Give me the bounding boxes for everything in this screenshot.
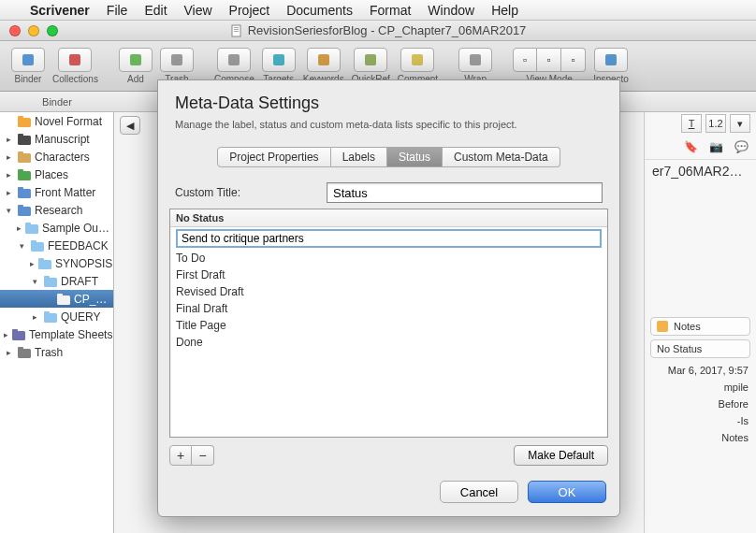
nav-back-button[interactable]: ◀ (120, 116, 140, 135)
notes-section[interactable]: Notes (650, 317, 750, 336)
status-list-item[interactable]: First Draft (170, 266, 607, 283)
app-name[interactable]: Scrivener (30, 3, 90, 18)
make-default-button[interactable]: Make Default (514, 445, 608, 466)
menu-view[interactable]: View (184, 3, 212, 18)
sidebar-item-label: Front Matter (35, 186, 95, 199)
disclosure-arrow-icon[interactable]: ▸ (4, 135, 13, 144)
status-list-item[interactable]: To Do (170, 250, 607, 266)
disclosure-arrow-icon[interactable]: ▸ (4, 188, 13, 197)
toolbar-binder[interactable]: Binder (11, 48, 45, 84)
custom-title-input[interactable] (327, 182, 603, 203)
close-icon[interactable] (9, 25, 21, 36)
viewmode-seg-2[interactable]: ▫ (561, 48, 586, 72)
wrap-icon[interactable] (458, 48, 492, 72)
sidebar-item-cp-[interactable]: CP_… (0, 290, 113, 308)
sidebar-item-sample-ou-[interactable]: ▸Sample Ou… (0, 219, 113, 237)
trash-icon[interactable] (160, 48, 194, 72)
disclosure-arrow-icon[interactable]: ▸ (4, 330, 8, 339)
status-listbox[interactable]: No Status To DoFirst DraftRevised DraftF… (169, 209, 608, 438)
viewmode-seg-0[interactable]: ▫ (513, 48, 537, 72)
tag-icon[interactable]: 🔖 (684, 140, 698, 153)
sidebar-item-front-matter[interactable]: ▸Front Matter (0, 183, 113, 201)
status-list-item[interactable]: Revised Draft (170, 283, 607, 300)
status-edit-input[interactable] (176, 229, 602, 248)
inspector-icon[interactable] (594, 48, 628, 72)
zoom-stepper[interactable]: ▾ (730, 114, 750, 133)
disclosure-arrow-icon[interactable]: ▾ (30, 277, 39, 286)
sidebar-item-characters[interactable]: ▸Characters (0, 148, 113, 166)
disclosure-arrow-icon[interactable]: ▸ (4, 152, 13, 162)
dialog-tabs: Project PropertiesLabelsStatusCustom Met… (158, 147, 619, 167)
viewmode-seg-1[interactable]: ▫ (537, 48, 561, 72)
menu-file[interactable]: File (107, 3, 128, 18)
disclosure-arrow-icon[interactable]: ▸ (30, 259, 35, 268)
targets-icon[interactable] (262, 48, 296, 72)
sidebar-item-synopsis[interactable]: ▸SYNOPSIS (0, 254, 113, 272)
menu-project[interactable]: Project (229, 3, 270, 18)
cancel-button[interactable]: Cancel (440, 481, 518, 503)
sidebar-item-trash[interactable]: ▸Trash (0, 343, 113, 361)
disclosure-arrow-icon[interactable]: ▸ (30, 312, 39, 322)
inspector-row: Mar 6, 2017, 9:57 (645, 362, 756, 379)
status-list-editing-row[interactable] (170, 227, 607, 250)
status-list-item[interactable]: Title Page (170, 317, 607, 334)
toolbar-label: Binder (15, 74, 42, 84)
tab-custom-meta-data[interactable]: Custom Meta-Data (443, 147, 560, 167)
sidebar-item-label: DRAFT (61, 275, 98, 288)
toolbar-add[interactable]: Add (119, 48, 153, 84)
status-list-item[interactable]: Final Draft (170, 300, 607, 317)
toolbar-collections[interactable]: Collections (52, 48, 98, 84)
comment-icon[interactable]: 💬 (734, 140, 749, 153)
folder-icon (17, 345, 31, 359)
sidebar-item-draft[interactable]: ▾DRAFT (0, 272, 113, 290)
sidebar-item-label: Research (35, 204, 82, 217)
tab-labels[interactable]: Labels (331, 147, 387, 167)
menu-edit[interactable]: Edit (144, 3, 167, 18)
quickref-icon[interactable] (354, 48, 387, 72)
menu-format[interactable]: Format (370, 3, 411, 18)
comment-icon[interactable] (400, 48, 434, 72)
custom-title-label: Custom Title: (175, 186, 315, 199)
add-status-button[interactable]: + (169, 445, 192, 466)
binder-icon[interactable] (11, 48, 45, 72)
menu-documents[interactable]: Documents (286, 3, 353, 18)
sidebar-item-manuscript[interactable]: ▸Manuscript (0, 130, 113, 148)
zoom-value[interactable]: 1.2 (705, 114, 726, 133)
text-style-button[interactable]: T (681, 114, 702, 133)
disclosure-arrow-icon[interactable]: ▾ (17, 241, 26, 251)
menu-window[interactable]: Window (428, 3, 474, 18)
sidebar-item-label: Trash (35, 346, 63, 359)
folder-icon (17, 150, 31, 164)
sidebar-item-research[interactable]: ▾Research (0, 201, 113, 219)
collections-icon[interactable] (58, 48, 92, 72)
sidebar-item-label: Novel Format (35, 115, 102, 128)
keywords-icon[interactable] (307, 48, 341, 72)
sidebar-item-label: Sample Ou… (42, 222, 109, 235)
note-swatch-icon (657, 321, 668, 332)
status-list-item[interactable]: Done (170, 334, 607, 351)
zoom-icon[interactable] (47, 25, 58, 36)
disclosure-arrow-icon[interactable]: ▸ (17, 223, 22, 233)
menu-help[interactable]: Help (491, 3, 518, 18)
disclosure-arrow-icon[interactable]: ▾ (4, 206, 13, 215)
tab-status[interactable]: Status (387, 147, 443, 167)
tab-project-properties[interactable]: Project Properties (217, 147, 330, 167)
sidebar-item-template-sheets[interactable]: ▸Template Sheets (0, 325, 113, 343)
sidebar-item-places[interactable]: ▸Places (0, 166, 113, 183)
ok-button[interactable]: OK (528, 481, 606, 503)
plus-icon[interactable] (119, 48, 153, 72)
sidebar-item-query[interactable]: ▸QUERY (0, 308, 113, 325)
compose-icon[interactable] (217, 48, 251, 72)
sidebar-item-novel-format[interactable]: Novel Format (0, 112, 113, 130)
disclosure-arrow-icon[interactable]: ▸ (4, 348, 13, 357)
svg-rect-36 (57, 294, 63, 297)
minimize-icon[interactable] (28, 25, 39, 36)
remove-status-button[interactable]: − (192, 445, 214, 466)
binder-sidebar: Novel Format▸Manuscript▸Characters▸Place… (0, 112, 114, 533)
sidebar-item-label: Manuscript (35, 133, 90, 146)
sidebar-item-feedback[interactable]: ▾FEEDBACK (0, 237, 113, 254)
camera-icon[interactable]: 📷 (709, 140, 723, 153)
status-section[interactable]: No Status (650, 339, 750, 358)
disclosure-arrow-icon[interactable]: ▸ (4, 170, 13, 180)
svg-rect-40 (12, 329, 18, 333)
